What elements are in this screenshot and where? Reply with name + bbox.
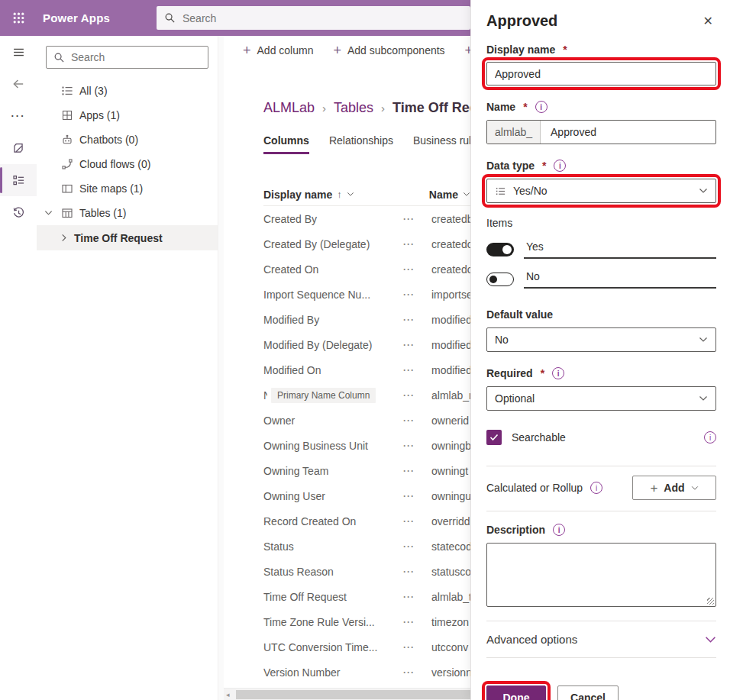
breadcrumb-tables[interactable]: Tables <box>334 100 373 116</box>
row-ellipsis-icon[interactable]: ··· <box>403 466 431 476</box>
table-row[interactable]: Modified By ··· modified <box>263 307 470 332</box>
nav-scrollbar-gutter[interactable] <box>218 36 224 700</box>
column-header-display-name[interactable]: Display name ↑ <box>263 189 401 201</box>
row-ellipsis-icon[interactable]: ··· <box>403 440 431 451</box>
info-icon[interactable]: i <box>554 160 566 172</box>
default-value-label: Default value <box>486 308 716 321</box>
waffle-icon[interactable] <box>0 0 37 36</box>
row-ellipsis-icon[interactable]: ··· <box>403 415 431 426</box>
info-icon[interactable]: i <box>552 367 564 379</box>
add-column-button[interactable]: + Add column <box>243 44 313 57</box>
row-ellipsis-icon[interactable]: ··· <box>403 566 431 577</box>
advanced-options-toggle[interactable]: Advanced options <box>486 621 716 658</box>
description-textarea[interactable] <box>486 543 716 607</box>
info-icon[interactable]: i <box>535 101 548 113</box>
table-row[interactable]: Time Zone Rule Versi... ··· timezon <box>263 609 470 634</box>
resize-handle[interactable] <box>707 598 714 605</box>
add-more-button[interactable]: + <box>465 44 470 57</box>
required-dropdown[interactable]: Optional <box>486 386 716 411</box>
table-row[interactable]: Import Sequence Nu... ··· importse <box>263 282 470 307</box>
table-row[interactable]: N Primary Name Column ··· almlab_n <box>263 382 470 408</box>
top-search-input[interactable] <box>182 12 463 24</box>
table-row[interactable]: Owning Team ··· owningt <box>263 458 470 483</box>
row-ellipsis-icon[interactable]: ··· <box>403 340 431 350</box>
name-input[interactable]: almlab_ Approved <box>486 120 716 144</box>
row-logical-name: owningb <box>431 440 470 452</box>
row-ellipsis-icon[interactable]: ··· <box>403 592 431 602</box>
table-row[interactable]: Modified By (Delegate) ··· modified <box>263 332 470 357</box>
table-row[interactable]: Status Reason ··· statusco <box>263 559 470 584</box>
more-commands-button[interactable]: ··· <box>0 100 37 132</box>
item-no-field[interactable]: No <box>524 270 716 289</box>
row-ellipsis-icon[interactable]: ··· <box>403 289 431 300</box>
chevron-down-icon <box>699 337 708 343</box>
row-ellipsis-icon[interactable]: ··· <box>403 264 431 275</box>
table-row[interactable]: Created By (Delegate) ··· createdo <box>263 231 470 256</box>
table-row[interactable]: Owning Business Unit ··· owningb <box>263 433 470 458</box>
hamburger-menu-button[interactable] <box>0 36 37 68</box>
row-ellipsis-icon[interactable]: ··· <box>403 617 431 627</box>
table-row[interactable]: Version Number ··· versionn <box>263 660 470 685</box>
info-icon[interactable]: i <box>590 482 602 494</box>
sidebar-item-cloud-flows[interactable]: Cloud flows (0) <box>37 152 218 176</box>
horizontal-scrollbar[interactable]: ◂ <box>224 688 470 700</box>
cancel-button[interactable]: Cancel <box>557 685 619 700</box>
sidebar-item-tables[interactable]: Tables (1) <box>37 201 218 225</box>
item-yes-field[interactable]: Yes <box>524 240 716 259</box>
back-button[interactable] <box>0 68 37 100</box>
display-name-input[interactable] <box>486 62 716 85</box>
row-ellipsis-icon[interactable]: ··· <box>403 239 431 250</box>
default-value-dropdown[interactable]: No <box>486 327 716 352</box>
row-ellipsis-icon[interactable]: ··· <box>403 390 431 401</box>
objects-tree-button[interactable] <box>0 164 37 196</box>
chevron-down-icon <box>699 188 708 194</box>
table-row[interactable]: Created By ··· createdb <box>263 206 470 231</box>
close-panel-button[interactable]: ✕ <box>700 11 716 31</box>
toggle-off[interactable] <box>486 273 514 286</box>
row-ellipsis-icon[interactable]: ··· <box>403 315 431 325</box>
searchable-checkbox[interactable] <box>486 430 502 445</box>
table-row[interactable]: UTC Conversion Time... ··· utcconv <box>263 634 470 660</box>
table-row[interactable]: Created On ··· createdo <box>263 256 470 282</box>
sidebar-item-site-maps[interactable]: Site maps (1) <box>37 176 218 201</box>
breadcrumb-almlab[interactable]: ALMLab <box>263 100 315 116</box>
data-type-dropdown[interactable]: Yes/No <box>486 179 716 203</box>
toggle-on[interactable] <box>486 243 514 256</box>
scrollbar-thumb[interactable] <box>236 690 470 699</box>
table-row[interactable]: Owner ··· ownerid <box>263 408 470 433</box>
tab-columns[interactable]: Columns <box>263 134 309 154</box>
sidebar-item-time-off-request[interactable]: Time Off Request <box>37 225 218 250</box>
display-name-input-field[interactable] <box>495 68 708 80</box>
sidebar-item-all[interactable]: All (3) <box>37 79 218 103</box>
row-ellipsis-icon[interactable]: ··· <box>403 365 431 376</box>
row-display-name: UTC Conversion Time... <box>263 641 377 653</box>
column-header-name[interactable]: Name <box>429 189 470 201</box>
history-button[interactable] <box>0 196 37 228</box>
sidebar-item-chatbots[interactable]: Chatbots (0) <box>37 127 218 152</box>
table-row[interactable]: Time Off Request ··· almlab_t <box>263 584 470 609</box>
row-ellipsis-icon[interactable]: ··· <box>403 516 431 527</box>
table-row[interactable]: Status ··· statecod <box>263 534 470 559</box>
sidebar-item-label: Chatbots <box>79 134 122 146</box>
solutions-button[interactable] <box>0 132 37 164</box>
table-row[interactable]: Owning User ··· owningu <box>263 483 470 508</box>
row-ellipsis-icon[interactable]: ··· <box>403 491 431 502</box>
row-ellipsis-icon[interactable]: ··· <box>403 642 431 653</box>
nav-search-input[interactable] <box>71 51 201 63</box>
tab-business-rules[interactable]: Business rules <box>413 134 470 154</box>
row-ellipsis-icon[interactable]: ··· <box>403 667 431 678</box>
sidebar-item-apps[interactable]: Apps (1) <box>37 103 218 127</box>
top-search[interactable] <box>157 6 470 30</box>
tab-relationships[interactable]: Relationships <box>329 134 393 154</box>
add-calculation-button[interactable]: + Add <box>632 476 716 500</box>
nav-search[interactable] <box>46 46 208 69</box>
info-icon[interactable]: i <box>553 524 565 536</box>
back-arrow-icon <box>11 77 25 91</box>
done-button[interactable]: Done <box>486 685 546 700</box>
info-icon[interactable]: i <box>704 431 716 444</box>
row-ellipsis-icon[interactable]: ··· <box>403 214 431 224</box>
row-ellipsis-icon[interactable]: ··· <box>403 541 431 552</box>
add-subcomponents-button[interactable]: + Add subcomponents <box>333 44 444 57</box>
table-row[interactable]: Modified On ··· modified <box>263 357 470 382</box>
table-row[interactable]: Record Created On ··· overridd <box>263 508 470 534</box>
